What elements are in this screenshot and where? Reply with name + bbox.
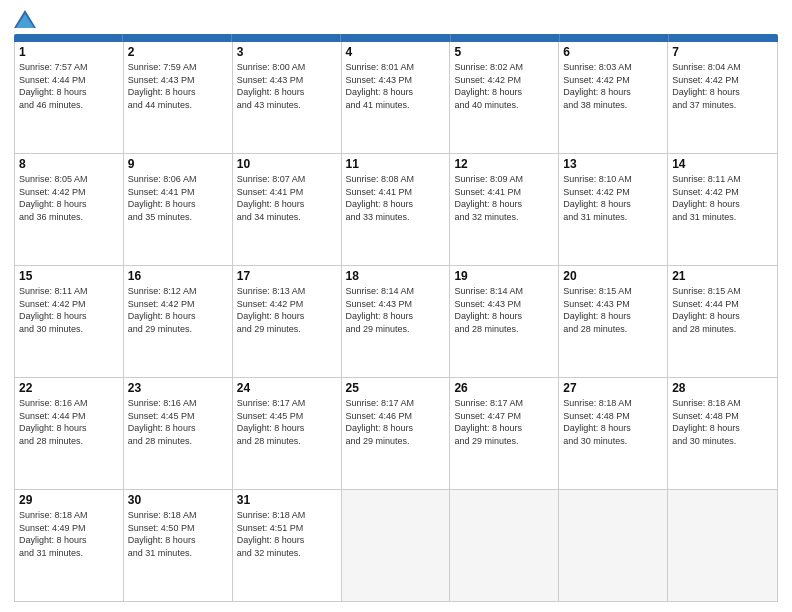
day-number: 11 [346, 157, 446, 171]
cell-info-line: Sunset: 4:44 PM [672, 298, 773, 311]
calendar-cell: 16Sunrise: 8:12 AMSunset: 4:42 PMDayligh… [124, 266, 233, 377]
cell-info-line: Sunrise: 8:18 AM [672, 397, 773, 410]
calendar-cell [668, 490, 777, 601]
week-1: 1Sunrise: 7:57 AMSunset: 4:44 PMDaylight… [15, 42, 777, 154]
logo-icon [14, 10, 36, 28]
cell-info-line: Sunrise: 8:07 AM [237, 173, 337, 186]
cell-info-line: Sunrise: 8:17 AM [346, 397, 446, 410]
cell-info-line: Sunset: 4:43 PM [454, 298, 554, 311]
calendar-cell [450, 490, 559, 601]
day-number: 8 [19, 157, 119, 171]
cell-info-line: Sunrise: 8:14 AM [454, 285, 554, 298]
calendar-cell: 11Sunrise: 8:08 AMSunset: 4:41 PMDayligh… [342, 154, 451, 265]
cell-info-line: Sunrise: 8:17 AM [454, 397, 554, 410]
calendar-cell: 5Sunrise: 8:02 AMSunset: 4:42 PMDaylight… [450, 42, 559, 153]
cell-info-line: Sunset: 4:42 PM [563, 186, 663, 199]
cell-info-line: Sunset: 4:41 PM [237, 186, 337, 199]
cell-info-line: Sunrise: 8:08 AM [346, 173, 446, 186]
day-number: 22 [19, 381, 119, 395]
cell-info-line: Sunset: 4:41 PM [346, 186, 446, 199]
cell-info-line: Sunrise: 8:06 AM [128, 173, 228, 186]
day-number: 21 [672, 269, 773, 283]
week-4: 22Sunrise: 8:16 AMSunset: 4:44 PMDayligh… [15, 378, 777, 490]
cell-info-line: Daylight: 8 hours [128, 86, 228, 99]
day-number: 30 [128, 493, 228, 507]
cell-info-line: Daylight: 8 hours [672, 310, 773, 323]
logo [14, 10, 40, 28]
day-number: 28 [672, 381, 773, 395]
cell-info-line: Daylight: 8 hours [19, 310, 119, 323]
calendar-cell: 8Sunrise: 8:05 AMSunset: 4:42 PMDaylight… [15, 154, 124, 265]
calendar-cell: 10Sunrise: 8:07 AMSunset: 4:41 PMDayligh… [233, 154, 342, 265]
cell-info-line: Sunrise: 8:18 AM [19, 509, 119, 522]
calendar-cell: 28Sunrise: 8:18 AMSunset: 4:48 PMDayligh… [668, 378, 777, 489]
cell-info-line: Sunrise: 8:02 AM [454, 61, 554, 74]
cell-info-line: Sunrise: 8:03 AM [563, 61, 663, 74]
day-number: 23 [128, 381, 228, 395]
header-tuesday [232, 34, 341, 42]
cell-info-line: Daylight: 8 hours [19, 422, 119, 435]
cell-info-line: and 41 minutes. [346, 99, 446, 112]
cell-info-line: and 37 minutes. [672, 99, 773, 112]
cell-info-line: and 28 minutes. [19, 435, 119, 448]
calendar-cell: 19Sunrise: 8:14 AMSunset: 4:43 PMDayligh… [450, 266, 559, 377]
week-2: 8Sunrise: 8:05 AMSunset: 4:42 PMDaylight… [15, 154, 777, 266]
day-number: 19 [454, 269, 554, 283]
day-number: 12 [454, 157, 554, 171]
cell-info-line: and 29 minutes. [346, 323, 446, 336]
cell-info-line: Daylight: 8 hours [346, 198, 446, 211]
cell-info-line: and 33 minutes. [346, 211, 446, 224]
cell-info-line: and 31 minutes. [672, 211, 773, 224]
cell-info-line: Sunrise: 8:01 AM [346, 61, 446, 74]
calendar-header [14, 34, 778, 42]
calendar-cell: 12Sunrise: 8:09 AMSunset: 4:41 PMDayligh… [450, 154, 559, 265]
cell-info-line: and 28 minutes. [128, 435, 228, 448]
calendar-cell: 3Sunrise: 8:00 AMSunset: 4:43 PMDaylight… [233, 42, 342, 153]
cell-info-line: Sunrise: 8:12 AM [128, 285, 228, 298]
calendar-cell [559, 490, 668, 601]
day-number: 13 [563, 157, 663, 171]
cell-info-line: and 29 minutes. [346, 435, 446, 448]
day-number: 15 [19, 269, 119, 283]
cell-info-line: Sunset: 4:42 PM [563, 74, 663, 87]
cell-info-line: Sunset: 4:42 PM [19, 186, 119, 199]
day-number: 16 [128, 269, 228, 283]
cell-info-line: and 28 minutes. [563, 323, 663, 336]
cell-info-line: Daylight: 8 hours [346, 422, 446, 435]
cell-info-line: Sunset: 4:42 PM [454, 74, 554, 87]
cell-info-line: Sunrise: 8:17 AM [237, 397, 337, 410]
cell-info-line: Daylight: 8 hours [237, 422, 337, 435]
cell-info-line: and 29 minutes. [128, 323, 228, 336]
calendar: 1Sunrise: 7:57 AMSunset: 4:44 PMDaylight… [14, 34, 778, 602]
cell-info-line: Daylight: 8 hours [563, 86, 663, 99]
cell-info-line: Sunset: 4:44 PM [19, 410, 119, 423]
cell-info-line: and 35 minutes. [128, 211, 228, 224]
header-thursday [451, 34, 560, 42]
cell-info-line: Daylight: 8 hours [454, 86, 554, 99]
calendar-cell: 20Sunrise: 8:15 AMSunset: 4:43 PMDayligh… [559, 266, 668, 377]
cell-info-line: Sunrise: 8:18 AM [237, 509, 337, 522]
cell-info-line: Sunset: 4:48 PM [563, 410, 663, 423]
cell-info-line: Sunset: 4:51 PM [237, 522, 337, 535]
cell-info-line: and 46 minutes. [19, 99, 119, 112]
cell-info-line: Sunset: 4:42 PM [672, 74, 773, 87]
day-number: 2 [128, 45, 228, 59]
day-number: 9 [128, 157, 228, 171]
cell-info-line: Daylight: 8 hours [563, 422, 663, 435]
calendar-cell: 15Sunrise: 8:11 AMSunset: 4:42 PMDayligh… [15, 266, 124, 377]
cell-info-line: Sunrise: 8:14 AM [346, 285, 446, 298]
calendar-cell: 31Sunrise: 8:18 AMSunset: 4:51 PMDayligh… [233, 490, 342, 601]
cell-info-line: Sunrise: 8:10 AM [563, 173, 663, 186]
cell-info-line: Sunrise: 8:11 AM [672, 173, 773, 186]
cell-info-line: and 32 minutes. [454, 211, 554, 224]
cell-info-line: Daylight: 8 hours [19, 86, 119, 99]
main-container: 1Sunrise: 7:57 AMSunset: 4:44 PMDaylight… [0, 0, 792, 612]
day-number: 20 [563, 269, 663, 283]
calendar-cell: 24Sunrise: 8:17 AMSunset: 4:45 PMDayligh… [233, 378, 342, 489]
cell-info-line: and 43 minutes. [237, 99, 337, 112]
cell-info-line: Sunrise: 7:57 AM [19, 61, 119, 74]
cell-info-line: Sunset: 4:48 PM [672, 410, 773, 423]
day-number: 31 [237, 493, 337, 507]
cell-info-line: Daylight: 8 hours [237, 534, 337, 547]
calendar-cell: 22Sunrise: 8:16 AMSunset: 4:44 PMDayligh… [15, 378, 124, 489]
